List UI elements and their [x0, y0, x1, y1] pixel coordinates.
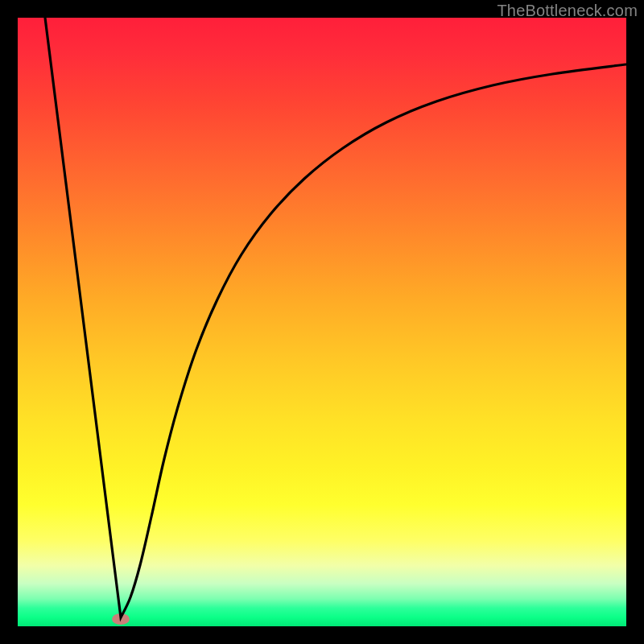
- chart-frame: TheBottleneck.com: [0, 0, 644, 644]
- curve-layer: [18, 18, 626, 626]
- plot-area: [18, 18, 626, 626]
- bottleneck-curve: [45, 18, 626, 617]
- watermark-text: TheBottleneck.com: [497, 2, 638, 20]
